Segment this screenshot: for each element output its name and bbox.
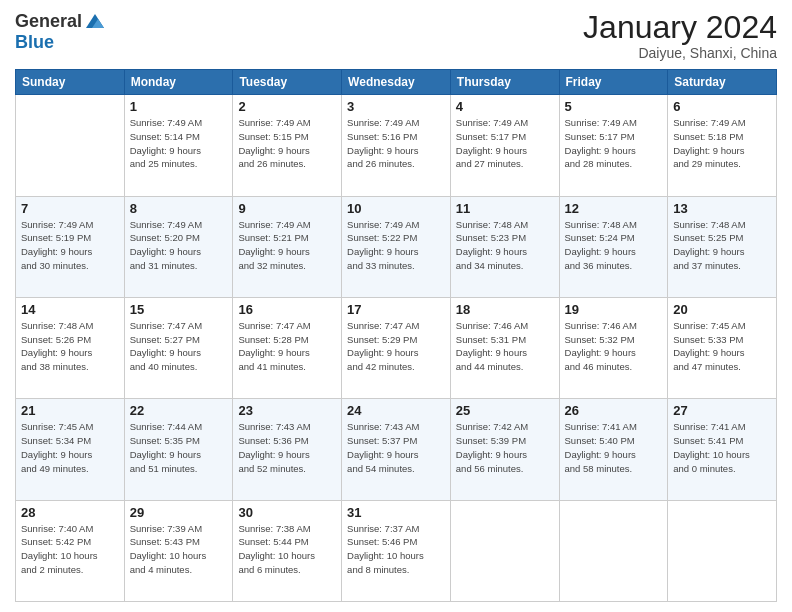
day-info: Sunrise: 7:47 AMSunset: 5:29 PMDaylight:… [347, 319, 445, 374]
day-cell: 26Sunrise: 7:41 AMSunset: 5:40 PMDayligh… [559, 399, 668, 500]
day-number: 25 [456, 403, 554, 418]
day-number: 18 [456, 302, 554, 317]
col-friday: Friday [559, 70, 668, 95]
day-cell: 5Sunrise: 7:49 AMSunset: 5:17 PMDaylight… [559, 95, 668, 196]
day-number: 24 [347, 403, 445, 418]
day-cell: 25Sunrise: 7:42 AMSunset: 5:39 PMDayligh… [450, 399, 559, 500]
day-number: 31 [347, 505, 445, 520]
day-info: Sunrise: 7:49 AMSunset: 5:15 PMDaylight:… [238, 116, 336, 171]
day-number: 17 [347, 302, 445, 317]
day-number: 21 [21, 403, 119, 418]
day-info: Sunrise: 7:43 AMSunset: 5:36 PMDaylight:… [238, 420, 336, 475]
day-cell: 23Sunrise: 7:43 AMSunset: 5:36 PMDayligh… [233, 399, 342, 500]
day-number: 5 [565, 99, 663, 114]
day-info: Sunrise: 7:48 AMSunset: 5:26 PMDaylight:… [21, 319, 119, 374]
day-cell: 15Sunrise: 7:47 AMSunset: 5:27 PMDayligh… [124, 297, 233, 398]
day-cell: 19Sunrise: 7:46 AMSunset: 5:32 PMDayligh… [559, 297, 668, 398]
day-info: Sunrise: 7:49 AMSunset: 5:17 PMDaylight:… [456, 116, 554, 171]
logo-general: General [15, 11, 82, 32]
day-info: Sunrise: 7:41 AMSunset: 5:41 PMDaylight:… [673, 420, 771, 475]
calendar-table: Sunday Monday Tuesday Wednesday Thursday… [15, 69, 777, 602]
col-saturday: Saturday [668, 70, 777, 95]
day-info: Sunrise: 7:49 AMSunset: 5:21 PMDaylight:… [238, 218, 336, 273]
day-info: Sunrise: 7:44 AMSunset: 5:35 PMDaylight:… [130, 420, 228, 475]
day-number: 1 [130, 99, 228, 114]
day-number: 10 [347, 201, 445, 216]
day-info: Sunrise: 7:47 AMSunset: 5:28 PMDaylight:… [238, 319, 336, 374]
day-info: Sunrise: 7:48 AMSunset: 5:25 PMDaylight:… [673, 218, 771, 273]
day-info: Sunrise: 7:46 AMSunset: 5:32 PMDaylight:… [565, 319, 663, 374]
day-cell [668, 500, 777, 601]
day-cell: 1Sunrise: 7:49 AMSunset: 5:14 PMDaylight… [124, 95, 233, 196]
day-cell: 8Sunrise: 7:49 AMSunset: 5:20 PMDaylight… [124, 196, 233, 297]
day-number: 29 [130, 505, 228, 520]
day-cell: 17Sunrise: 7:47 AMSunset: 5:29 PMDayligh… [342, 297, 451, 398]
day-number: 3 [347, 99, 445, 114]
day-cell: 9Sunrise: 7:49 AMSunset: 5:21 PMDaylight… [233, 196, 342, 297]
day-number: 8 [130, 201, 228, 216]
day-cell: 21Sunrise: 7:45 AMSunset: 5:34 PMDayligh… [16, 399, 125, 500]
header-row: Sunday Monday Tuesday Wednesday Thursday… [16, 70, 777, 95]
day-cell: 2Sunrise: 7:49 AMSunset: 5:15 PMDaylight… [233, 95, 342, 196]
day-cell: 30Sunrise: 7:38 AMSunset: 5:44 PMDayligh… [233, 500, 342, 601]
col-wednesday: Wednesday [342, 70, 451, 95]
col-thursday: Thursday [450, 70, 559, 95]
day-cell: 12Sunrise: 7:48 AMSunset: 5:24 PMDayligh… [559, 196, 668, 297]
day-number: 7 [21, 201, 119, 216]
day-info: Sunrise: 7:49 AMSunset: 5:19 PMDaylight:… [21, 218, 119, 273]
week-row-4: 21Sunrise: 7:45 AMSunset: 5:34 PMDayligh… [16, 399, 777, 500]
day-cell: 28Sunrise: 7:40 AMSunset: 5:42 PMDayligh… [16, 500, 125, 601]
day-info: Sunrise: 7:49 AMSunset: 5:14 PMDaylight:… [130, 116, 228, 171]
day-cell: 27Sunrise: 7:41 AMSunset: 5:41 PMDayligh… [668, 399, 777, 500]
col-tuesday: Tuesday [233, 70, 342, 95]
day-info: Sunrise: 7:43 AMSunset: 5:37 PMDaylight:… [347, 420, 445, 475]
day-cell: 22Sunrise: 7:44 AMSunset: 5:35 PMDayligh… [124, 399, 233, 500]
day-info: Sunrise: 7:41 AMSunset: 5:40 PMDaylight:… [565, 420, 663, 475]
day-cell: 31Sunrise: 7:37 AMSunset: 5:46 PMDayligh… [342, 500, 451, 601]
day-info: Sunrise: 7:40 AMSunset: 5:42 PMDaylight:… [21, 522, 119, 577]
day-number: 23 [238, 403, 336, 418]
day-number: 13 [673, 201, 771, 216]
day-cell: 7Sunrise: 7:49 AMSunset: 5:19 PMDaylight… [16, 196, 125, 297]
week-row-1: 1Sunrise: 7:49 AMSunset: 5:14 PMDaylight… [16, 95, 777, 196]
day-number: 9 [238, 201, 336, 216]
day-cell: 3Sunrise: 7:49 AMSunset: 5:16 PMDaylight… [342, 95, 451, 196]
day-number: 6 [673, 99, 771, 114]
week-row-2: 7Sunrise: 7:49 AMSunset: 5:19 PMDaylight… [16, 196, 777, 297]
day-number: 20 [673, 302, 771, 317]
day-cell [559, 500, 668, 601]
day-number: 19 [565, 302, 663, 317]
day-cell: 13Sunrise: 7:48 AMSunset: 5:25 PMDayligh… [668, 196, 777, 297]
day-number: 2 [238, 99, 336, 114]
day-number: 15 [130, 302, 228, 317]
day-number: 22 [130, 403, 228, 418]
title-block: January 2024 Daiyue, Shanxi, China [583, 10, 777, 61]
day-info: Sunrise: 7:48 AMSunset: 5:23 PMDaylight:… [456, 218, 554, 273]
day-number: 14 [21, 302, 119, 317]
day-info: Sunrise: 7:47 AMSunset: 5:27 PMDaylight:… [130, 319, 228, 374]
day-cell: 11Sunrise: 7:48 AMSunset: 5:23 PMDayligh… [450, 196, 559, 297]
day-cell: 10Sunrise: 7:49 AMSunset: 5:22 PMDayligh… [342, 196, 451, 297]
day-number: 11 [456, 201, 554, 216]
logo-icon [84, 10, 106, 32]
day-info: Sunrise: 7:37 AMSunset: 5:46 PMDaylight:… [347, 522, 445, 577]
day-cell: 6Sunrise: 7:49 AMSunset: 5:18 PMDaylight… [668, 95, 777, 196]
logo: General Blue [15, 10, 106, 53]
day-cell [16, 95, 125, 196]
day-cell: 20Sunrise: 7:45 AMSunset: 5:33 PMDayligh… [668, 297, 777, 398]
day-number: 4 [456, 99, 554, 114]
day-cell [450, 500, 559, 601]
day-cell: 29Sunrise: 7:39 AMSunset: 5:43 PMDayligh… [124, 500, 233, 601]
page: General Blue January 2024 Daiyue, Shanxi… [0, 0, 792, 612]
day-number: 16 [238, 302, 336, 317]
logo-blue: Blue [15, 32, 54, 53]
day-info: Sunrise: 7:49 AMSunset: 5:22 PMDaylight:… [347, 218, 445, 273]
col-monday: Monday [124, 70, 233, 95]
day-info: Sunrise: 7:45 AMSunset: 5:33 PMDaylight:… [673, 319, 771, 374]
day-info: Sunrise: 7:49 AMSunset: 5:16 PMDaylight:… [347, 116, 445, 171]
day-info: Sunrise: 7:49 AMSunset: 5:20 PMDaylight:… [130, 218, 228, 273]
day-info: Sunrise: 7:46 AMSunset: 5:31 PMDaylight:… [456, 319, 554, 374]
day-number: 27 [673, 403, 771, 418]
day-info: Sunrise: 7:49 AMSunset: 5:18 PMDaylight:… [673, 116, 771, 171]
col-sunday: Sunday [16, 70, 125, 95]
